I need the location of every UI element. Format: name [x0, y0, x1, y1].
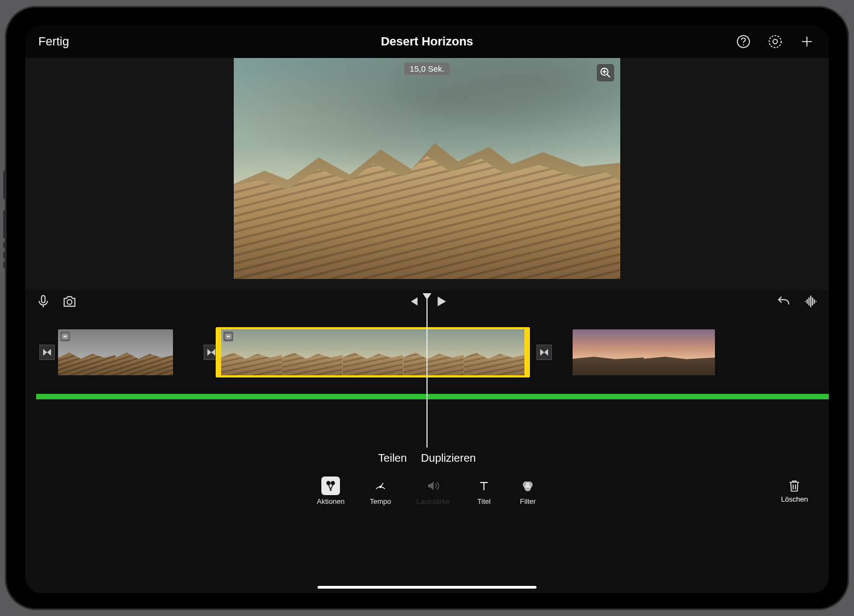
- done-button[interactable]: Fertig: [38, 34, 69, 48]
- settings-gear-icon[interactable]: [766, 33, 784, 50]
- preview-area: 15,0 Sek.: [25, 58, 829, 290]
- titles-tool[interactable]: Titel: [475, 476, 493, 505]
- svg-point-13: [379, 486, 381, 487]
- playhead-line[interactable]: [426, 299, 428, 448]
- tool-label: Tempo: [370, 497, 391, 505]
- svg-point-1: [743, 44, 744, 45]
- tool-label: Aktionen: [317, 497, 345, 505]
- speed-tool[interactable]: Tempo: [370, 476, 391, 505]
- svg-point-3: [773, 39, 777, 44]
- transition-icon[interactable]: [536, 345, 552, 360]
- project-title: Desert Horizons: [181, 34, 673, 49]
- tool-label: Lautstärke: [416, 497, 449, 505]
- split-button[interactable]: Teilen: [378, 452, 407, 470]
- svg-rect-8: [64, 335, 67, 338]
- topbar: Fertig Desert Horizons: [25, 25, 829, 58]
- context-actions: Teilen Duplizieren: [25, 452, 829, 470]
- skip-to-start-icon[interactable]: [406, 294, 420, 311]
- timeline-clip[interactable]: [58, 329, 173, 375]
- tool-label: Löschen: [781, 495, 808, 503]
- svg-point-16: [524, 485, 531, 491]
- tool-label: Filter: [520, 497, 536, 505]
- svg-point-2: [769, 36, 781, 48]
- svg-rect-10: [227, 335, 230, 338]
- microphone-icon[interactable]: [36, 294, 50, 311]
- tool-label: Titel: [477, 497, 491, 505]
- ken-burns-badge-icon: [223, 332, 233, 341]
- ken-burns-badge-icon: [60, 332, 70, 341]
- audio-waveform-icon[interactable]: [804, 294, 818, 311]
- zoom-in-icon[interactable]: [596, 63, 615, 82]
- duration-badge: 15,0 Sek.: [404, 62, 449, 75]
- audio-track[interactable]: [36, 394, 829, 399]
- svg-rect-5: [42, 295, 45, 303]
- actions-tool[interactable]: Aktionen: [317, 476, 345, 505]
- delete-button[interactable]: Löschen: [781, 479, 808, 503]
- svg-point-11: [327, 481, 330, 485]
- volume-tool: Lautstärke: [416, 476, 449, 505]
- filters-tool[interactable]: Filter: [518, 476, 537, 505]
- transition-icon[interactable]: [39, 345, 55, 360]
- svg-point-12: [331, 481, 334, 485]
- timeline-clip[interactable]: [573, 329, 715, 375]
- camera-icon[interactable]: [62, 294, 77, 311]
- undo-icon[interactable]: [776, 294, 790, 311]
- svg-point-6: [67, 300, 72, 305]
- preview-viewer[interactable]: 15,0 Sek.: [234, 58, 620, 279]
- timeline-clip-selected[interactable]: [216, 327, 530, 377]
- bottom-toolbar: Aktionen Tempo Lautstärke Titel: [25, 474, 829, 508]
- home-indicator[interactable]: [318, 586, 536, 589]
- duplicate-button[interactable]: Duplizieren: [421, 452, 476, 470]
- help-icon[interactable]: [735, 33, 752, 50]
- add-media-icon[interactable]: [798, 33, 816, 50]
- play-icon[interactable]: [434, 294, 448, 311]
